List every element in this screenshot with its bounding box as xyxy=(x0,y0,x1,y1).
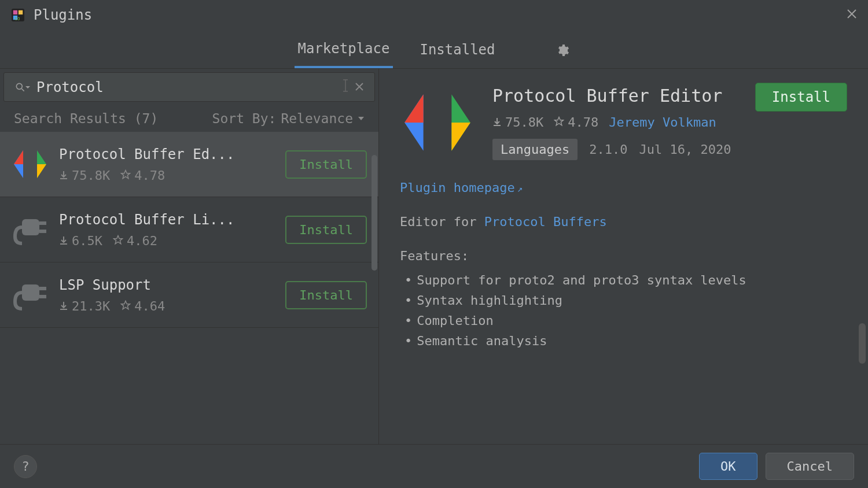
plugin-stats: 6.5K 4.62 xyxy=(59,234,275,248)
date-text: Jul 16, 2020 xyxy=(639,142,731,157)
svg-rect-6 xyxy=(22,219,39,235)
detail-rating: 4.78 xyxy=(568,115,598,130)
downloads-value: 6.5K xyxy=(72,234,102,248)
sort-by-value: Relevance xyxy=(281,111,353,126)
detail-downloads: 75.8K xyxy=(505,115,543,130)
star-icon xyxy=(120,168,131,183)
plugin-item[interactable]: LSP Support 21.3K 4.64 Install xyxy=(0,263,378,328)
sort-by-dropdown[interactable]: Sort By: Relevance xyxy=(212,111,365,126)
feature-item: Syntax highlighting xyxy=(404,290,847,310)
star-icon xyxy=(120,299,131,313)
download-icon xyxy=(492,115,502,130)
plugin-stats: 75.8K 4.78 xyxy=(59,168,275,183)
downloads-value: 75.8K xyxy=(72,168,110,183)
feature-item: Completion xyxy=(404,310,847,331)
detail-body: Plugin homepage↗ Editor for Protocol Buf… xyxy=(400,178,847,351)
features-section: Features: Support for proto2 and proto3 … xyxy=(400,246,847,351)
rating-value: 4.78 xyxy=(134,168,165,183)
plugin-info: Protocol Buffer Li... 6.5K 4.62 xyxy=(59,212,275,248)
help-button[interactable]: ? xyxy=(14,455,37,478)
install-button-main[interactable]: Install xyxy=(755,83,847,112)
svg-rect-2 xyxy=(19,10,23,14)
titlebar: GO Plugins xyxy=(0,0,868,28)
plugin-info: Protocol Buffer Ed... 75.8K 4.78 xyxy=(59,146,275,183)
plugin-icon-plug xyxy=(12,211,49,248)
plugin-icon-plug xyxy=(12,276,49,313)
plugin-name: Protocol Buffer Li... xyxy=(59,212,275,228)
scrollbar-detail[interactable] xyxy=(859,323,866,364)
search-sidebar: Search Results (7) Sort By: Relevance xyxy=(0,69,379,444)
sort-by-label: Sort By: xyxy=(212,111,277,126)
cancel-button[interactable]: Cancel xyxy=(766,453,854,480)
app-icon: GO xyxy=(12,9,24,21)
plugin-icon-large xyxy=(400,85,475,160)
chevron-down-icon xyxy=(358,115,365,122)
star-icon xyxy=(554,115,564,130)
install-button[interactable]: Install xyxy=(285,216,367,244)
tag-row: Languages 2.1.0 Jul 16, 2020 xyxy=(492,139,760,160)
download-icon xyxy=(59,168,68,183)
rating-value: 4.64 xyxy=(134,299,165,313)
tabs-bar: Marketplace Installed xyxy=(0,28,868,68)
protocol-buffers-link[interactable]: Protocol Buffers xyxy=(484,215,607,229)
plugin-name: LSP Support xyxy=(59,277,275,293)
svg-rect-11 xyxy=(39,295,46,298)
svg-point-5 xyxy=(16,83,22,89)
results-count: Search Results (7) xyxy=(14,111,158,126)
svg-rect-7 xyxy=(39,221,46,225)
install-button[interactable]: Install xyxy=(285,150,367,179)
plugin-stats: 21.3K 4.64 xyxy=(59,299,275,313)
description: Editor for Protocol Buffers xyxy=(400,212,847,232)
plugin-info: LSP Support 21.3K 4.64 xyxy=(59,277,275,313)
clear-search-icon[interactable] xyxy=(355,80,364,94)
plugin-list[interactable]: Protocol Buffer Ed... 75.8K 4.78 Install xyxy=(0,132,378,328)
detail-meta: 75.8K 4.78 Jeremy Volkman xyxy=(492,115,760,130)
version-text: 2.1.0 xyxy=(589,142,627,157)
features-label: Features: xyxy=(400,246,847,266)
author-link[interactable]: Jeremy Volkman xyxy=(609,115,716,130)
main-split: Search Results (7) Sort By: Relevance xyxy=(0,68,868,444)
text-cursor xyxy=(342,79,349,95)
close-icon[interactable] xyxy=(846,6,858,23)
tab-marketplace[interactable]: Marketplace xyxy=(295,36,393,68)
homepage-link[interactable]: Plugin homepage↗ xyxy=(400,180,523,195)
external-link-icon: ↗ xyxy=(517,183,523,194)
star-icon xyxy=(113,234,123,248)
plugin-name: Protocol Buffer Ed... xyxy=(59,146,275,162)
search-input[interactable] xyxy=(36,79,336,95)
search-icon[interactable] xyxy=(14,82,31,93)
feature-item: Support for proto2 and proto3 syntax lev… xyxy=(404,270,847,290)
plugin-item[interactable]: Protocol Buffer Ed... 75.8K 4.78 Install xyxy=(0,132,378,197)
feature-item: Semantic analysis xyxy=(404,331,847,351)
plugin-item[interactable]: Protocol Buffer Li... 6.5K 4.62 Install xyxy=(0,197,378,263)
svg-rect-9 xyxy=(22,284,39,301)
install-button[interactable]: Install xyxy=(285,281,367,309)
tab-installed[interactable]: Installed xyxy=(416,37,498,67)
scrollbar-list[interactable] xyxy=(372,155,377,271)
search-row xyxy=(3,72,375,102)
download-icon xyxy=(59,234,68,248)
gear-icon[interactable] xyxy=(551,39,574,65)
plugin-detail: Install Protocol Buffer Editor 75.8K 4.7… xyxy=(379,69,868,444)
download-icon xyxy=(59,299,68,313)
category-tag[interactable]: Languages xyxy=(492,139,578,160)
rating-value: 4.62 xyxy=(127,234,157,248)
svg-text:GO: GO xyxy=(15,16,20,21)
downloads-value: 21.3K xyxy=(72,299,110,313)
svg-rect-1 xyxy=(13,10,17,14)
ok-button[interactable]: OK xyxy=(699,453,757,480)
plugin-icon-proto xyxy=(12,146,49,183)
results-header: Search Results (7) Sort By: Relevance xyxy=(0,105,378,132)
svg-rect-8 xyxy=(39,230,46,233)
detail-title: Protocol Buffer Editor xyxy=(492,85,760,107)
svg-rect-10 xyxy=(39,287,46,290)
footer: ? OK Cancel xyxy=(0,444,868,488)
window-title: Plugins xyxy=(34,7,92,23)
